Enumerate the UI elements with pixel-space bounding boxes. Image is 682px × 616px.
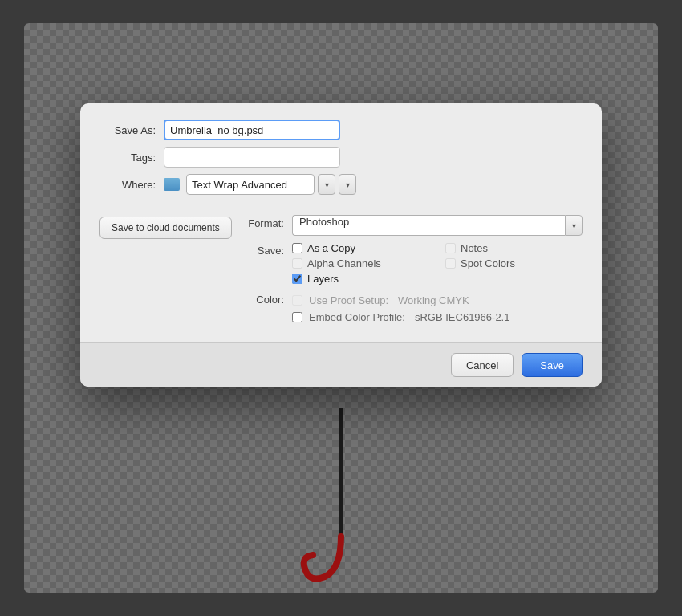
save-options-row: Save: As a Copy: [228, 242, 583, 285]
use-proof-value: Working CMYK: [398, 294, 469, 306]
where-dropdown[interactable]: Text Wrap Advanced: [186, 174, 315, 195]
save-cloud-button[interactable]: Save to cloud documents: [99, 217, 232, 239]
spot-colors-item: Spot Colors: [445, 257, 583, 270]
spot-colors-label: Spot Colors: [461, 257, 515, 270]
tags-row: Tags:: [99, 147, 583, 168]
where-extra-arrow[interactable]: ▾: [339, 174, 356, 195]
use-proof-checkbox[interactable]: [292, 295, 302, 306]
alpha-channels-checkbox[interactable]: [292, 258, 302, 269]
cloud-format-row: Save to cloud documents Format: Photosho…: [99, 215, 583, 330]
embed-profile-value: sRGB IEC61966-2.1: [415, 311, 510, 323]
where-container: Text Wrap Advanced ▾ ▾: [164, 174, 356, 195]
format-select-wrapper: Photoshop ▾: [292, 215, 583, 236]
where-row: Where: Text Wrap Advanced ▾ ▾: [99, 174, 583, 195]
folder-icon: [164, 178, 180, 191]
as-a-copy-checkbox[interactable]: [292, 243, 302, 253]
save-button[interactable]: Save: [522, 353, 583, 377]
as-a-copy-label: As a Copy: [307, 242, 355, 254]
embed-profile-checkbox[interactable]: [292, 312, 302, 322]
divider-1: [99, 205, 583, 205]
save-options-grid: As a Copy Notes Alpha Ch: [292, 242, 583, 270]
chevron-down-icon: ▾: [325, 180, 329, 189]
format-select[interactable]: Photoshop: [292, 215, 565, 236]
tags-label: Tags:: [99, 152, 164, 164]
right-options: Format: Photoshop ▾: [228, 215, 583, 330]
layers-label: Layers: [307, 273, 339, 285]
notes-label: Notes: [461, 242, 488, 254]
alpha-channels-label: Alpha Channels: [307, 257, 381, 270]
color-row: Color: Use Proof Setup: Working CMYK: [228, 291, 583, 323]
cancel-button[interactable]: Cancel: [451, 353, 514, 377]
umbrella-illustration: [261, 408, 421, 593]
cloud-side: Save to cloud documents: [99, 215, 212, 239]
use-proof-row: Use Proof Setup: Working CMYK: [292, 294, 583, 306]
where-label: Where:: [99, 179, 164, 191]
dialog-footer: Cancel Save: [80, 342, 602, 387]
notes-checkbox[interactable]: [445, 243, 456, 253]
cloud-btn-label: Save to cloud documents: [112, 222, 220, 233]
chevron-down-icon: ▾: [572, 221, 576, 230]
embed-profile-row: Embed Color Profile: sRGB IEC61966-2.1: [292, 311, 583, 323]
as-a-copy-item: As a Copy: [292, 242, 429, 254]
where-dropdown-arrow[interactable]: ▾: [318, 174, 335, 195]
save-dialog: Save As: Tags: Where: Text Wrap Advanced…: [80, 103, 602, 387]
alpha-channels-item: Alpha Channels: [292, 257, 429, 270]
format-content: Photoshop ▾: [292, 215, 583, 236]
layers-checkbox[interactable]: [292, 274, 302, 284]
save-options-content: As a Copy Notes Alpha Ch: [292, 242, 583, 285]
spot-colors-checkbox[interactable]: [445, 258, 456, 269]
color-section: Use Proof Setup: Working CMYK Embed Colo…: [292, 294, 583, 323]
layers-row: Layers: [292, 273, 583, 285]
save-as-input[interactable]: [164, 120, 340, 140]
color-label: Color:: [228, 291, 292, 306]
embed-profile-label: Embed Color Profile:: [309, 311, 405, 323]
save-label: Save: [540, 359, 564, 371]
notes-item: Notes: [445, 242, 583, 254]
app-window: Save As: Tags: Where: Text Wrap Advanced…: [24, 23, 658, 593]
where-value: Text Wrap Advanced: [192, 179, 287, 191]
color-content: Use Proof Setup: Working CMYK Embed Colo…: [292, 291, 583, 323]
format-dropdown-arrow[interactable]: ▾: [565, 215, 583, 236]
tags-input[interactable]: [164, 147, 340, 168]
cancel-label: Cancel: [466, 359, 498, 371]
format-row: Format: Photoshop ▾: [228, 215, 583, 236]
save-options-label: Save:: [228, 242, 292, 257]
format-label: Format:: [228, 215, 292, 229]
save-as-row: Save As:: [99, 120, 583, 140]
save-as-label: Save As:: [99, 124, 164, 136]
format-value: Photoshop: [299, 216, 349, 228]
use-proof-label: Use Proof Setup:: [309, 294, 388, 306]
chevron-double-icon: ▾: [346, 180, 350, 189]
